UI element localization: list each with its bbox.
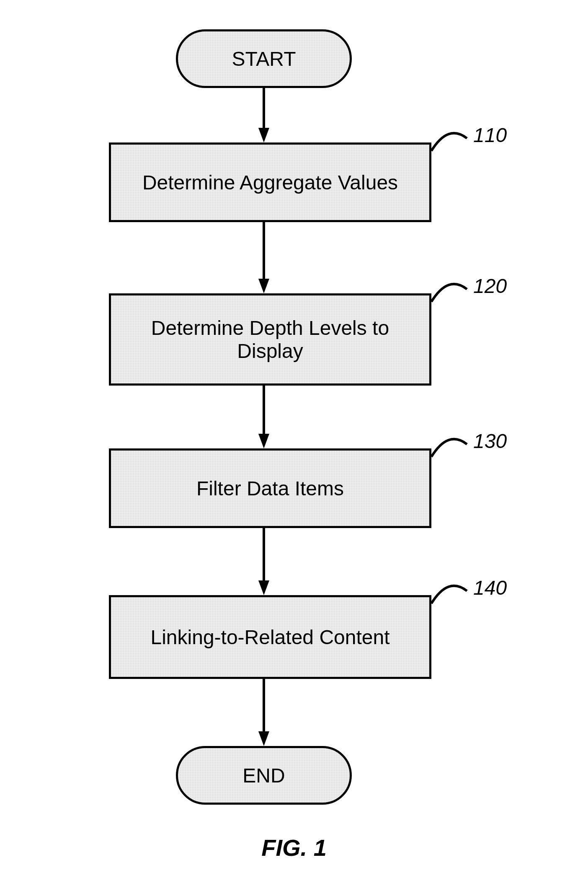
terminator-end: END bbox=[176, 746, 352, 805]
arrow bbox=[258, 88, 269, 142]
process-130: Filter Data Items bbox=[109, 448, 431, 528]
arrow bbox=[258, 679, 269, 746]
svg-marker-3 bbox=[258, 279, 269, 293]
flowchart-canvas: START Determine Aggregate Values 110 Det… bbox=[0, 0, 588, 891]
arrow bbox=[258, 222, 269, 293]
arrow bbox=[258, 386, 269, 448]
terminator-end-text: END bbox=[242, 764, 285, 787]
callout-arc-140 bbox=[419, 578, 469, 608]
process-120: Determine Depth Levels to Display bbox=[109, 293, 431, 386]
svg-marker-1 bbox=[258, 128, 269, 142]
svg-marker-7 bbox=[258, 580, 269, 595]
callout-arc-120 bbox=[419, 277, 469, 306]
terminator-start-text: START bbox=[232, 47, 296, 70]
process-110-label: 110 bbox=[473, 124, 507, 147]
process-120-text: Determine Depth Levels to Display bbox=[124, 316, 417, 363]
process-130-label: 130 bbox=[473, 430, 507, 453]
callout-arc-110 bbox=[419, 126, 469, 155]
process-110: Determine Aggregate Values bbox=[109, 142, 431, 222]
arrow bbox=[258, 528, 269, 595]
process-140: Linking-to-Related Content bbox=[109, 595, 431, 679]
process-120-label: 120 bbox=[473, 275, 507, 298]
process-140-label: 140 bbox=[473, 576, 507, 599]
svg-marker-5 bbox=[258, 434, 269, 448]
process-140-text: Linking-to-Related Content bbox=[150, 626, 389, 649]
process-130-text: Filter Data Items bbox=[196, 477, 344, 500]
process-110-text: Determine Aggregate Values bbox=[142, 171, 398, 194]
callout-arc-130 bbox=[419, 432, 469, 461]
figure-caption: FIG. 1 bbox=[0, 834, 588, 861]
terminator-start: START bbox=[176, 29, 352, 88]
svg-marker-9 bbox=[258, 731, 269, 746]
